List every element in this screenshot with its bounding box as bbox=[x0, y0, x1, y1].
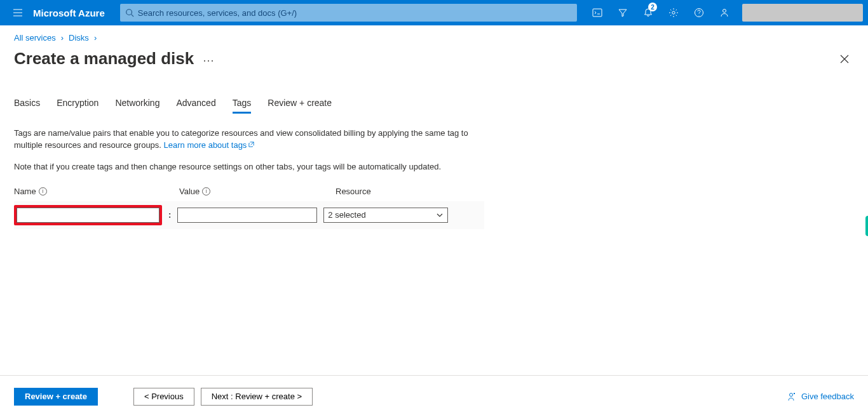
resource-column-header: Resource bbox=[336, 187, 371, 196]
next-button[interactable]: Next : Review + create > bbox=[201, 388, 313, 406]
info-icon[interactable]: i bbox=[202, 187, 210, 195]
tab-review-create[interactable]: Review + create bbox=[268, 94, 332, 114]
value-column-header: Value bbox=[179, 187, 200, 196]
svg-point-2 bbox=[672, 11, 675, 14]
column-headers: Name i Value i Resource bbox=[14, 187, 484, 196]
chevron-right-icon: › bbox=[61, 33, 64, 43]
directory-filter-button[interactable] bbox=[611, 0, 634, 25]
search-input[interactable] bbox=[138, 8, 572, 18]
more-actions-button[interactable]: ⋯ bbox=[203, 53, 214, 67]
review-create-button[interactable]: Review + create bbox=[14, 388, 98, 406]
cloud-shell-button[interactable] bbox=[586, 0, 609, 25]
wizard-footer: Review + create < Previous Next : Review… bbox=[0, 375, 868, 417]
notifications-button[interactable]: 2 bbox=[637, 0, 660, 25]
side-tab[interactable] bbox=[865, 216, 868, 236]
page-title: Create a managed disk bbox=[14, 49, 194, 69]
name-input-highlight bbox=[14, 205, 162, 225]
svg-point-5 bbox=[789, 393, 792, 396]
feedback-person-icon bbox=[787, 392, 797, 402]
learn-more-link[interactable]: Learn more about tags bbox=[164, 140, 255, 150]
close-button[interactable] bbox=[835, 52, 854, 66]
help-icon bbox=[694, 8, 704, 18]
top-icons: 2 bbox=[586, 0, 863, 25]
give-feedback-link[interactable]: Give feedback bbox=[787, 392, 854, 402]
tabs: Basics Encryption Networking Advanced Ta… bbox=[14, 94, 854, 114]
filter-icon bbox=[618, 8, 628, 18]
name-column-header: Name bbox=[14, 187, 36, 196]
resource-select[interactable]: 2 selected bbox=[323, 208, 448, 223]
menu-icon bbox=[13, 8, 23, 18]
tab-basics[interactable]: Basics bbox=[14, 94, 40, 114]
resource-select-value: 2 selected bbox=[328, 210, 365, 220]
help-button[interactable] bbox=[688, 0, 710, 25]
name-value-separator: : bbox=[168, 210, 171, 220]
tags-description: Tags are name/value pairs that enable yo… bbox=[14, 128, 484, 152]
chevron-right-icon: › bbox=[94, 33, 97, 43]
feedback-icon bbox=[719, 8, 729, 18]
search-icon bbox=[125, 8, 134, 17]
tag-input-row: : 2 selected bbox=[14, 201, 484, 229]
hamburger-menu[interactable] bbox=[5, 8, 31, 18]
settings-button[interactable] bbox=[662, 0, 685, 25]
breadcrumb-link[interactable]: All services bbox=[14, 33, 56, 43]
brand-label[interactable]: Microsoft Azure bbox=[33, 8, 105, 18]
external-link-icon bbox=[248, 140, 255, 152]
tab-networking[interactable]: Networking bbox=[115, 94, 159, 114]
page-body: All services › Disks › Create a managed … bbox=[0, 25, 868, 375]
gear-icon bbox=[668, 8, 679, 18]
tags-note: Note that if you create tags and then ch… bbox=[14, 162, 484, 171]
tab-advanced[interactable]: Advanced bbox=[176, 94, 215, 114]
svg-rect-1 bbox=[593, 9, 602, 17]
tag-value-input[interactable] bbox=[177, 208, 317, 223]
info-icon[interactable]: i bbox=[39, 187, 47, 195]
tab-tags[interactable]: Tags bbox=[233, 94, 252, 114]
give-feedback-label: Give feedback bbox=[801, 392, 854, 401]
global-search[interactable] bbox=[120, 4, 577, 22]
cloud-shell-icon bbox=[592, 8, 602, 18]
svg-point-0 bbox=[126, 10, 132, 15]
account-info[interactable] bbox=[742, 4, 863, 22]
tag-name-input[interactable] bbox=[17, 208, 159, 223]
chevron-down-icon bbox=[436, 211, 444, 219]
notification-badge: 2 bbox=[648, 3, 657, 11]
feedback-button[interactable] bbox=[713, 0, 736, 25]
tab-encryption[interactable]: Encryption bbox=[57, 94, 98, 114]
svg-point-4 bbox=[723, 10, 726, 13]
breadcrumb: All services › Disks › bbox=[14, 33, 854, 43]
top-bar: Microsoft Azure 2 bbox=[0, 0, 868, 25]
previous-button[interactable]: < Previous bbox=[133, 388, 194, 406]
breadcrumb-link[interactable]: Disks bbox=[69, 33, 89, 43]
close-icon bbox=[840, 55, 849, 63]
